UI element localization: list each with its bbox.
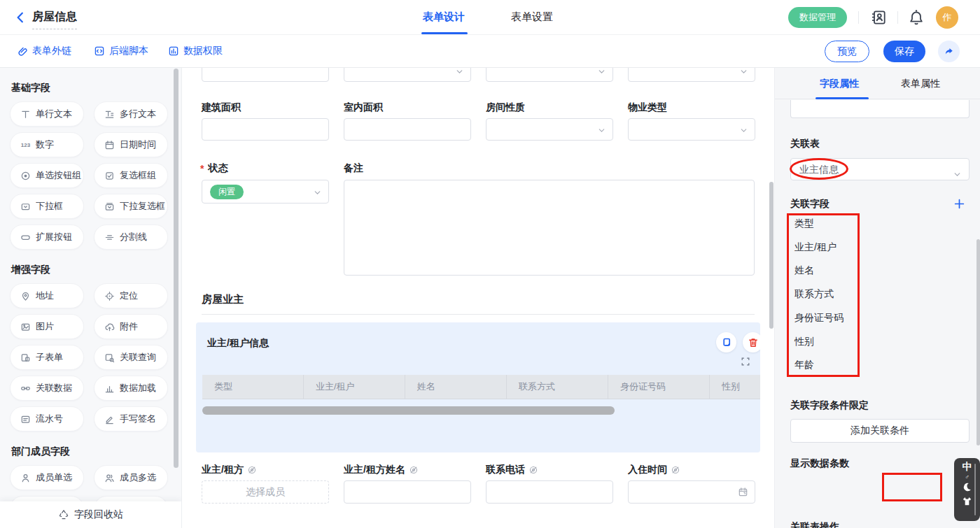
related-table-label: 关联表 bbox=[790, 138, 820, 150]
tab-form-settings[interactable]: 表单设置 bbox=[511, 10, 553, 24]
form-external-link[interactable]: 表单外链 bbox=[17, 45, 71, 57]
remark-textarea[interactable] bbox=[344, 180, 755, 276]
field-pill-divider[interactable]: 分割线 bbox=[94, 224, 168, 250]
related-field-item[interactable]: 性别 bbox=[794, 336, 814, 348]
page-title[interactable]: 房屋信息 bbox=[32, 10, 77, 29]
form-field-select[interactable] bbox=[628, 68, 755, 82]
field-pill-subform[interactable]: 子表单 bbox=[10, 345, 84, 370]
user-icon bbox=[20, 473, 31, 483]
field-pill-relation-data[interactable]: 关联数据 bbox=[10, 376, 84, 401]
chevron-down-icon bbox=[953, 165, 962, 174]
app-header: 房屋信息 表单设计 表单设置 数据管理 作 bbox=[0, 0, 980, 35]
form-field-input[interactable] bbox=[486, 480, 613, 504]
related-table-select[interactable]: 业主信息 bbox=[790, 158, 969, 180]
data-permission-link[interactable]: 数据权限 bbox=[168, 45, 223, 57]
image-icon bbox=[20, 322, 31, 332]
tab-form-properties[interactable]: 表单属性 bbox=[901, 78, 940, 90]
subform-hscrollbar[interactable] bbox=[202, 406, 615, 415]
status-select[interactable]: 闲置 bbox=[202, 180, 329, 204]
form-toolbar: 表单外链 后端脚本 数据权限 预览 保存 bbox=[0, 35, 980, 68]
field-pill-label: 附件 bbox=[120, 320, 138, 333]
field-pill-number[interactable]: 123数字 bbox=[10, 132, 84, 157]
field-pill-multiselect[interactable]: 下拉复选框 bbox=[94, 194, 168, 219]
field-pill-user[interactable]: 成员单选 bbox=[10, 465, 84, 490]
field-pill-radio[interactable]: 单选按钮组 bbox=[10, 163, 84, 188]
field-pill-attachment[interactable]: 附件 bbox=[94, 314, 168, 339]
sidebar-section-title: 基础字段 bbox=[11, 82, 181, 94]
preview-button[interactable]: 预览 bbox=[825, 41, 869, 62]
expand-icon[interactable] bbox=[741, 357, 750, 366]
back-icon[interactable] bbox=[14, 11, 27, 24]
share-button[interactable] bbox=[938, 41, 960, 62]
copy-field-button[interactable] bbox=[716, 332, 736, 352]
field-label-remark: 备注 bbox=[344, 162, 363, 175]
field-pill-textarea[interactable]: 多行文本 bbox=[94, 101, 168, 127]
relation-query-icon bbox=[104, 352, 115, 363]
ime-darkmode-moon-icon[interactable] bbox=[962, 482, 972, 495]
ime-skin-shirt-icon[interactable] bbox=[962, 496, 972, 509]
field-pill-checkbox[interactable]: 复选框组 bbox=[94, 163, 168, 188]
field-label: 业主/租方 bbox=[202, 464, 257, 476]
form-canvas[interactable]: 建筑面积室内面积房间性质物业类型 *状态 闲置 备注 房屋业主 业主/租户信息 bbox=[182, 68, 774, 528]
form-field-input[interactable] bbox=[344, 118, 471, 141]
form-field-select[interactable] bbox=[486, 118, 613, 141]
save-button[interactable]: 保存 bbox=[883, 41, 925, 62]
add-field-plus-icon[interactable] bbox=[953, 198, 965, 210]
ime-toolbar[interactable]: 中 ♂ bbox=[954, 458, 980, 521]
field-pill-label: 流水号 bbox=[36, 413, 63, 425]
add-condition-button[interactable]: 添加关联条件 bbox=[790, 419, 969, 443]
field-pill-button[interactable]: 扩展按钮 bbox=[10, 224, 84, 250]
related-field-item[interactable]: 年龄 bbox=[794, 359, 814, 371]
form-field-select[interactable] bbox=[486, 68, 613, 82]
ime-gender-icon[interactable]: ♂ bbox=[965, 473, 969, 481]
field-pill-users[interactable]: 成员多选 bbox=[94, 465, 168, 490]
tab-form-design[interactable]: 表单设计 bbox=[423, 10, 465, 24]
scrolled-input-partial[interactable] bbox=[790, 100, 969, 118]
field-pill-relation-query[interactable]: 关联查询 bbox=[94, 345, 168, 370]
serial-icon bbox=[20, 414, 31, 424]
field-pill-image[interactable]: 图片 bbox=[10, 314, 84, 339]
field-pill-data-load[interactable]: 数据加载 bbox=[94, 376, 168, 401]
relation-data-icon bbox=[20, 383, 31, 394]
related-fields-label: 关联字段 bbox=[790, 198, 830, 211]
related-field-item[interactable]: 联系方式 bbox=[794, 288, 834, 301]
form-field-input[interactable] bbox=[202, 118, 329, 141]
button-icon bbox=[20, 232, 31, 243]
sidebar-scrollbar[interactable] bbox=[174, 69, 178, 468]
field-pill-serial[interactable]: 流水号 bbox=[10, 406, 84, 431]
ime-language-indicator[interactable]: 中 bbox=[962, 461, 972, 473]
canvas-scrollbar[interactable] bbox=[769, 182, 774, 329]
contacts-icon[interactable] bbox=[870, 9, 887, 26]
field-pill-select[interactable]: 下拉框 bbox=[10, 194, 84, 219]
field-pill-address[interactable]: 地址 bbox=[10, 283, 84, 308]
related-field-item[interactable]: 类型 bbox=[794, 217, 814, 230]
backend-script-link[interactable]: 后端脚本 bbox=[94, 45, 148, 57]
sidebar-section-title: 部门成员字段 bbox=[11, 445, 181, 458]
form-field-select[interactable] bbox=[344, 68, 471, 82]
field-pill-calendar[interactable]: 日期时间 bbox=[94, 132, 168, 157]
delete-field-button[interactable] bbox=[743, 332, 760, 352]
subform-column-header: 联系方式 bbox=[507, 375, 608, 399]
field-pill-label: 单选按钮组 bbox=[36, 169, 81, 182]
form-field-input[interactable] bbox=[202, 68, 329, 82]
data-manage-button[interactable]: 数据管理 bbox=[788, 7, 847, 28]
related-field-item[interactable]: 业主/租户 bbox=[794, 241, 836, 254]
related-field-item[interactable]: 身份证号码 bbox=[794, 312, 844, 324]
date-field[interactable] bbox=[628, 480, 755, 504]
tab-field-properties[interactable]: 字段属性 bbox=[820, 78, 859, 90]
eye-off-icon bbox=[671, 465, 680, 475]
field-pill-signature[interactable]: 手写签名 bbox=[94, 406, 168, 431]
field-pill-location[interactable]: 定位 bbox=[94, 283, 168, 308]
field-pill-text[interactable]: 单行文本 bbox=[10, 101, 84, 127]
form-field-input[interactable] bbox=[344, 480, 471, 504]
chevron-down-icon bbox=[597, 125, 606, 134]
related-field-item[interactable]: 姓名 bbox=[794, 264, 814, 277]
form-field-select[interactable] bbox=[628, 118, 755, 141]
field-recycle-bin[interactable]: 字段回收站 bbox=[0, 501, 181, 528]
panel-scrollbar[interactable] bbox=[976, 239, 980, 445]
avatar[interactable]: 作 bbox=[936, 6, 958, 29]
subform-owner-info[interactable]: 业主/租户信息 类型业主/租户姓名联系方式身份证号码性别 bbox=[196, 322, 760, 452]
bell-icon[interactable] bbox=[908, 9, 925, 26]
calendar-icon bbox=[104, 140, 115, 150]
member-picker-field[interactable]: 选择成员 bbox=[202, 480, 329, 504]
